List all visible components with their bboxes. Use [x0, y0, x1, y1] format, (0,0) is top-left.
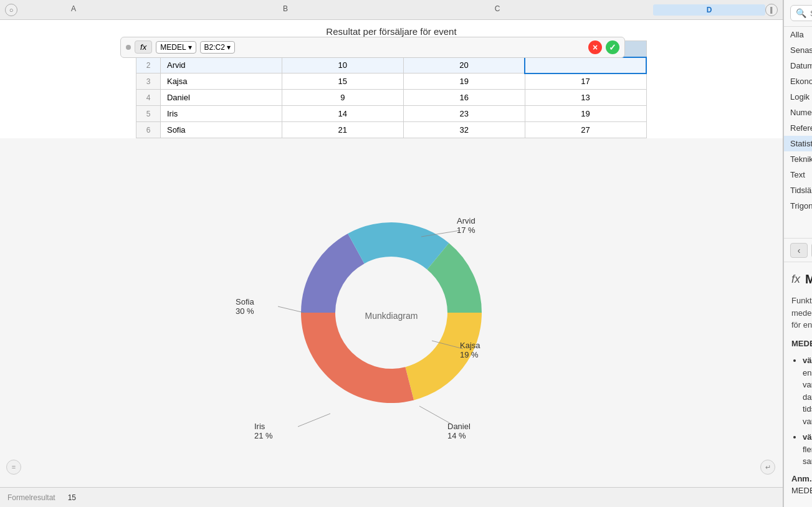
cell-name-5[interactable]: Iris [160, 106, 282, 122]
note-label: Anm. [791, 473, 812, 485]
category-teknik[interactable]: Teknik › [784, 151, 812, 167]
search-wrapper: 🔍 [790, 5, 812, 21]
range-dropdown[interactable]: B2:C2 ▾ [200, 41, 235, 54]
cell-val2-6[interactable]: 32 [403, 122, 525, 138]
fx-detail-icon: fx [791, 271, 800, 288]
table-row: 2 Arvid 10 20 fx MEDEL ▾ [136, 57, 647, 73]
category-referens[interactable]: Referens › [784, 120, 812, 136]
main-content: Resultat per försäljare för event DELTAG… [0, 20, 783, 507]
param-list: värde: Ett enskilt värde eller en enskil… [791, 354, 812, 468]
function-syntax: MEDEL(värde; värde…) [791, 338, 812, 350]
circle-right-btn[interactable]: ‖ [765, 4, 778, 16]
category-ekonomi[interactable]: Ekonomi › [784, 73, 812, 89]
formula-result-value: 15 [68, 493, 76, 502]
chart-label-daniel: Daniel 14 % [447, 422, 470, 440]
categories-functions-panel: Alla › Senaste › Datum och tid › Ekonomi… [784, 27, 812, 239]
chart-label-arvid: Arvid 17 % [457, 216, 475, 235]
chart-label-iris: Iris 21 % [254, 422, 273, 440]
cancel-button[interactable]: × [588, 40, 602, 54]
cell-val1-2[interactable]: 10 [282, 57, 403, 73]
scroll-right-btn[interactable]: ↵ [760, 460, 775, 475]
back-button[interactable]: ‹ [790, 243, 808, 258]
cell-name-3[interactable]: Kajsa [160, 73, 282, 90]
search-bar: 🔍 [784, 0, 812, 27]
col-b-header: B [229, 4, 342, 16]
top-bar: ○ A B C D ‖ [0, 0, 783, 20]
cell-val2-2[interactable]: 20 [403, 57, 525, 73]
table-row: 5 Iris 14 23 19 [136, 106, 647, 122]
category-alla[interactable]: Alla › [784, 27, 812, 42]
navigation-bar: ‹ › Infoga funktion [784, 239, 812, 262]
category-statistisk[interactable]: Statistisk › [784, 136, 812, 151]
table-row: 4 Daniel 9 16 13 [136, 90, 647, 106]
function-detail-header: fx MEDEL [791, 270, 812, 288]
spreadsheet-area: ○ A B C D ‖ Resultat per försäljare för … [0, 0, 783, 507]
donut-chart-container: Munkdiagram Arvid [236, 182, 547, 450]
note-text: MEDEL dividerar summan av talen med [791, 485, 812, 497]
row-number-3: 3 [136, 73, 161, 90]
confirm-button[interactable]: ✓ [606, 40, 619, 54]
cell-medel-6[interactable]: 27 [525, 122, 646, 138]
cell-medel-2[interactable]: fx MEDEL ▾ B2:C2 ▾ [525, 57, 646, 73]
row-number-4: 4 [136, 90, 161, 106]
search-icon: 🔍 [796, 8, 806, 18]
chart-area: Munkdiagram Arvid [0, 138, 783, 487]
right-panel: 🔍 Alla › Senaste › Datum och tid › Ekono… [783, 0, 812, 507]
param-item: värde: Ett enskilt värde eller en enskil… [803, 354, 812, 427]
cell-medel-5[interactable]: 19 [525, 106, 646, 122]
bottom-bar: Formelresultat 15 [0, 487, 783, 507]
category-logik[interactable]: Logik och info › [784, 89, 812, 105]
cell-val2-5[interactable]: 23 [403, 106, 525, 122]
formula-result-label: Formelresultat [7, 493, 55, 502]
fx-button[interactable]: fx [135, 40, 152, 54]
category-datum[interactable]: Datum och tid › [784, 58, 812, 73]
row-number-2: 2 [136, 57, 161, 73]
cell-name-2[interactable]: Arvid [160, 57, 282, 73]
category-text[interactable]: Text › [784, 167, 812, 182]
scroll-left-btn[interactable]: = [6, 460, 21, 475]
formula-bar: fx MEDEL ▾ B2:C2 ▾ [120, 37, 625, 58]
cell-val1-4[interactable]: 9 [282, 90, 403, 106]
category-trigonometrisk[interactable]: Trigonometrisk › [784, 198, 812, 214]
chart-label-kajsa: Kajsa 19 % [460, 341, 480, 359]
chart-center-label: Munkdiagram [365, 311, 418, 321]
row-number-6: 6 [136, 122, 161, 138]
col-c-header: C [441, 4, 553, 16]
cell-name-6[interactable]: Sofia [160, 122, 282, 138]
col-d-header: D [653, 4, 765, 16]
cell-val2-3[interactable]: 19 [403, 73, 525, 90]
chart-label-sofia: Sofia 30 % [236, 297, 254, 316]
cell-name-4[interactable]: Daniel [160, 90, 282, 106]
table-row: 3 Kajsa 15 19 17 [136, 73, 647, 90]
param-item: värde…: Du kan lägga till ett eller fler… [803, 431, 812, 468]
formula-dot [126, 45, 131, 50]
categories-list: Alla › Senaste › Datum och tid › Ekonomi… [784, 27, 812, 238]
col-a-header: A [17, 4, 130, 16]
function-detail-name: MEDEL [805, 270, 812, 288]
cell-val1-3[interactable]: 15 [282, 73, 403, 90]
spreadsheet-table: DELTAGARE SÅLDA ENHETER 1 SÅLDA ENHETER … [136, 40, 647, 138]
cell-val2-4[interactable]: 16 [403, 90, 525, 106]
cell-medel-3[interactable]: 17 [525, 73, 646, 90]
cell-val1-5[interactable]: 14 [282, 106, 403, 122]
circle-left-btn[interactable]: ○ [5, 4, 17, 16]
category-tidslangd[interactable]: Tidslängd › [784, 182, 812, 198]
table-row: 6 Sofia 21 32 27 [136, 122, 647, 138]
row-number-5: 5 [136, 106, 161, 122]
category-senaste[interactable]: Senaste › [784, 42, 812, 58]
chart-segment-sofia [301, 313, 414, 403]
table-wrapper: Resultat per försäljare för event DELTAG… [0, 20, 783, 138]
medel-dropdown[interactable]: MEDEL ▾ [156, 41, 196, 54]
table-body: 2 Arvid 10 20 fx MEDEL ▾ [136, 57, 647, 138]
category-numerisk[interactable]: Numerisk › [784, 105, 812, 120]
function-description: Funktionen MEDEL returnerar medelvärdet … [791, 295, 812, 331]
cell-medel-4[interactable]: 13 [525, 90, 646, 106]
cell-val1-6[interactable]: 21 [282, 122, 403, 138]
function-detail-panel: fx MEDEL Funktionen MEDEL returnerar med… [784, 262, 812, 507]
